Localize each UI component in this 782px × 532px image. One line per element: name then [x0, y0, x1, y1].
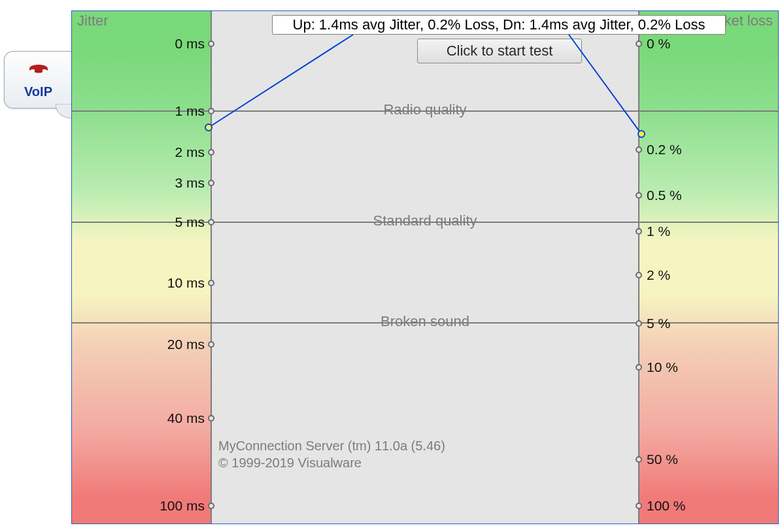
- loss-axis-line: [638, 11, 639, 524]
- loss-tick-label: 0.2 %: [647, 142, 682, 158]
- jitter-color-scale: [72, 11, 212, 524]
- jitter-tick-label: 1 ms: [175, 103, 205, 119]
- loss-tick-label: 50 %: [647, 452, 678, 467]
- loss-tick-label: 5 %: [647, 316, 670, 331]
- test-summary: Up: 1.4ms avg Jitter, 0.2% Loss, Dn: 1.4…: [272, 15, 726, 35]
- jitter-axis-line: [211, 11, 212, 524]
- jitter-header: Jitter: [77, 12, 109, 29]
- voip-quality-plot: Jitter Packet loss Up: 1.4ms avg Jitter,…: [71, 10, 779, 524]
- jitter-tick: [208, 180, 214, 186]
- jitter-tick: [208, 149, 214, 156]
- jitter-tick-label: 0 ms: [175, 36, 205, 52]
- loss-tick: [636, 456, 642, 463]
- jitter-tick-label: 2 ms: [175, 144, 205, 160]
- voip-tab[interactable]: VoIP: [4, 51, 72, 108]
- loss-tick-label: 0 %: [647, 36, 670, 52]
- loss-tick-label: 2 %: [647, 267, 670, 283]
- jitter-tick: [208, 108, 214, 114]
- jitter-tick: [208, 341, 214, 348]
- loss-tick-label: 1 %: [647, 224, 670, 239]
- loss-tick-label: 10 %: [647, 359, 678, 375]
- jitter-tick-label: 10 ms: [167, 275, 205, 291]
- footer-product: MyConnection Server (tm) 11.0a (5.46): [218, 439, 445, 454]
- phone-icon: [27, 61, 50, 80]
- jitter-tick-label: 3 ms: [175, 175, 205, 191]
- loss-tick: [636, 364, 642, 371]
- loss-tick: [636, 503, 642, 509]
- jitter-tick-label: 20 ms: [167, 337, 205, 352]
- loss-tick: [636, 146, 642, 153]
- voip-tab-label: VoIP: [24, 84, 52, 99]
- jitter-tick-label: 100 ms: [160, 498, 205, 514]
- jitter-tick: [208, 219, 214, 225]
- quality-band-line: Broken sound: [72, 322, 778, 324]
- start-test-button[interactable]: Click to start test: [417, 39, 582, 63]
- loss-tick-label: 0.5 %: [647, 188, 682, 203]
- jitter-tick: [208, 503, 214, 509]
- jitter-tick-label: 40 ms: [167, 410, 205, 426]
- loss-tick: [636, 272, 642, 278]
- jitter-tick: [208, 280, 214, 286]
- jitter-tick-label: 5 ms: [175, 214, 205, 230]
- footer-copyright: © 1999-2019 Visualware: [218, 456, 362, 471]
- jitter-result-marker: [205, 124, 212, 131]
- quality-band-label: Broken sound: [72, 313, 778, 330]
- loss-tick-label: 100 %: [647, 498, 686, 514]
